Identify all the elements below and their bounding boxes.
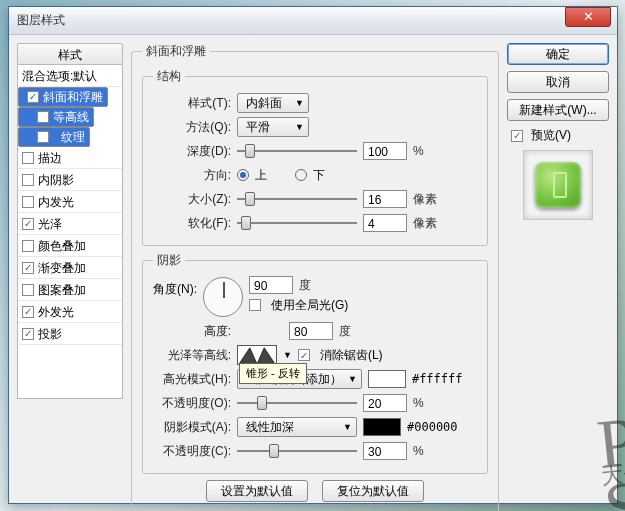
cancel-button[interactable]: 取消 bbox=[507, 71, 609, 93]
depth-unit: % bbox=[413, 144, 424, 158]
direction-down-radio[interactable] bbox=[295, 169, 307, 181]
method-label: 方法(Q): bbox=[153, 119, 231, 136]
contour-label: 光泽等高线: bbox=[153, 347, 231, 364]
size-input[interactable]: 16 bbox=[363, 190, 407, 208]
highlight-color-hex: #ffffff bbox=[412, 372, 463, 386]
close-button[interactable]: ✕ bbox=[565, 7, 611, 27]
titlebar[interactable]: 图层样式 ✕ bbox=[9, 7, 617, 35]
style-item-patternoverlay[interactable]: 图案叠加 bbox=[18, 279, 122, 301]
altitude-label: 高度: bbox=[153, 323, 231, 340]
bevel-group: 斜面和浮雕 结构 样式(T): 内斜面▼ 方法(Q): 平滑▼ 深度(D): 1 bbox=[131, 43, 499, 511]
styles-header[interactable]: 样式 bbox=[17, 43, 123, 65]
checkbox-icon[interactable] bbox=[22, 218, 34, 230]
style-item-stroke[interactable]: 描边 bbox=[18, 147, 122, 169]
style-item-blend[interactable]: 混合选项:默认 bbox=[18, 65, 122, 87]
shadow-color-swatch[interactable] bbox=[363, 418, 401, 436]
checkbox-icon[interactable] bbox=[22, 152, 34, 164]
checkbox-icon[interactable] bbox=[22, 262, 34, 274]
style-item-gradientoverlay[interactable]: 渐变叠加 bbox=[18, 257, 122, 279]
soften-label: 软化(F): bbox=[153, 215, 231, 232]
global-light-label: 使用全局光(G) bbox=[271, 297, 348, 314]
checkbox-icon[interactable] bbox=[22, 328, 34, 340]
preview-label: 预览(V) bbox=[531, 127, 571, 144]
angle-label: 角度(N): bbox=[153, 275, 197, 298]
style-item-outerglow[interactable]: 外发光 bbox=[18, 301, 122, 323]
checkbox-icon[interactable] bbox=[37, 131, 49, 143]
reset-default-button[interactable]: 复位为默认值 bbox=[322, 480, 424, 502]
angle-dial[interactable] bbox=[203, 277, 243, 317]
preview-shape-icon bbox=[535, 162, 581, 208]
shading-legend: 阴影 bbox=[153, 252, 185, 269]
style-item-dropshadow[interactable]: 投影 bbox=[18, 323, 122, 345]
soften-unit: 像素 bbox=[413, 215, 437, 232]
checkbox-icon[interactable] bbox=[22, 196, 34, 208]
highlight-mode-label: 高光模式(H): bbox=[153, 371, 231, 388]
method-select[interactable]: 平滑▼ bbox=[237, 117, 309, 137]
size-slider[interactable] bbox=[237, 190, 357, 208]
checkbox-icon[interactable] bbox=[37, 111, 49, 123]
preview-thumbnail bbox=[523, 150, 593, 220]
styles-panel: 样式 混合选项:默认 斜面和浮雕 等高线 纹理 描边 内阴影 内发光 光泽 颜色… bbox=[17, 43, 123, 495]
style-item-innershadow[interactable]: 内阴影 bbox=[18, 169, 122, 191]
caret-down-icon: ▼ bbox=[348, 374, 357, 384]
highlight-opacity-label: 不透明度(O): bbox=[153, 395, 231, 412]
size-label: 大小(Z): bbox=[153, 191, 231, 208]
settings-panel: 斜面和浮雕 结构 样式(T): 内斜面▼ 方法(Q): 平滑▼ 深度(D): 1 bbox=[131, 43, 499, 495]
shading-group: 阴影 角度(N): 90 度 使用全局光(G) bbox=[142, 252, 488, 474]
caret-down-icon: ▼ bbox=[295, 98, 304, 108]
structure-legend: 结构 bbox=[153, 68, 185, 85]
shadow-opacity-input[interactable]: 30 bbox=[363, 442, 407, 460]
styles-list: 混合选项:默认 斜面和浮雕 等高线 纹理 描边 内阴影 内发光 光泽 颜色叠加 … bbox=[17, 65, 123, 399]
style-item-coloroverlay[interactable]: 颜色叠加 bbox=[18, 235, 122, 257]
bevel-legend: 斜面和浮雕 bbox=[142, 43, 210, 60]
checkbox-icon[interactable] bbox=[22, 284, 34, 296]
depth-input[interactable]: 100 bbox=[363, 142, 407, 160]
shadow-mode-select[interactable]: 线性加深▼ bbox=[237, 417, 357, 437]
layer-style-dialog: 图层样式 ✕ 样式 混合选项:默认 斜面和浮雕 等高线 纹理 描边 内阴影 内发… bbox=[8, 6, 618, 504]
size-unit: 像素 bbox=[413, 191, 437, 208]
preview-checkbox[interactable] bbox=[511, 130, 523, 142]
checkbox-icon[interactable] bbox=[22, 174, 34, 186]
soften-slider[interactable] bbox=[237, 214, 357, 232]
antialias-checkbox[interactable] bbox=[298, 349, 310, 361]
highlight-opacity-slider[interactable] bbox=[237, 394, 357, 412]
depth-slider[interactable] bbox=[237, 142, 357, 160]
checkbox-icon[interactable] bbox=[22, 306, 34, 318]
shadow-opacity-slider[interactable] bbox=[237, 442, 357, 460]
style-item-contour[interactable]: 等高线 bbox=[18, 107, 94, 127]
contour-picker[interactable] bbox=[237, 345, 277, 365]
soften-input[interactable]: 4 bbox=[363, 214, 407, 232]
direction-up-radio[interactable] bbox=[237, 169, 249, 181]
make-default-button[interactable]: 设置为默认值 bbox=[206, 480, 308, 502]
structure-group: 结构 样式(T): 内斜面▼ 方法(Q): 平滑▼ 深度(D): 100 % bbox=[142, 68, 488, 246]
style-select[interactable]: 内斜面▼ bbox=[237, 93, 309, 113]
style-item-texture[interactable]: 纹理 bbox=[18, 127, 90, 147]
contour-tooltip: 锥形 - 反转 bbox=[239, 363, 307, 384]
angle-input[interactable]: 90 bbox=[249, 276, 293, 294]
caret-down-icon: ▼ bbox=[295, 122, 304, 132]
checkbox-icon[interactable] bbox=[22, 240, 34, 252]
shadow-color-hex: #000000 bbox=[407, 420, 458, 434]
highlight-opacity-input[interactable]: 20 bbox=[363, 394, 407, 412]
highlight-color-swatch[interactable] bbox=[368, 370, 406, 388]
antialias-label: 消除锯齿(L) bbox=[320, 347, 383, 364]
global-light-checkbox[interactable] bbox=[249, 299, 261, 311]
shadow-mode-label: 阴影模式(A): bbox=[153, 419, 231, 436]
style-item-bevel[interactable]: 斜面和浮雕 bbox=[18, 87, 108, 107]
direction-label: 方向: bbox=[153, 167, 231, 184]
ok-button[interactable]: 确定 bbox=[507, 43, 609, 65]
window-title: 图层样式 bbox=[17, 12, 565, 29]
shadow-opacity-label: 不透明度(C): bbox=[153, 443, 231, 460]
style-item-innerglow[interactable]: 内发光 bbox=[18, 191, 122, 213]
caret-down-icon: ▼ bbox=[343, 422, 352, 432]
style-item-satin[interactable]: 光泽 bbox=[18, 213, 122, 235]
new-style-button[interactable]: 新建样式(W)... bbox=[507, 99, 609, 121]
action-panel: 确定 取消 新建样式(W)... 预览(V) bbox=[507, 43, 609, 495]
caret-down-icon[interactable]: ▼ bbox=[283, 350, 292, 360]
style-label: 样式(T): bbox=[153, 95, 231, 112]
depth-label: 深度(D): bbox=[153, 143, 231, 160]
checkbox-icon[interactable] bbox=[27, 91, 39, 103]
altitude-input[interactable]: 80 bbox=[289, 322, 333, 340]
